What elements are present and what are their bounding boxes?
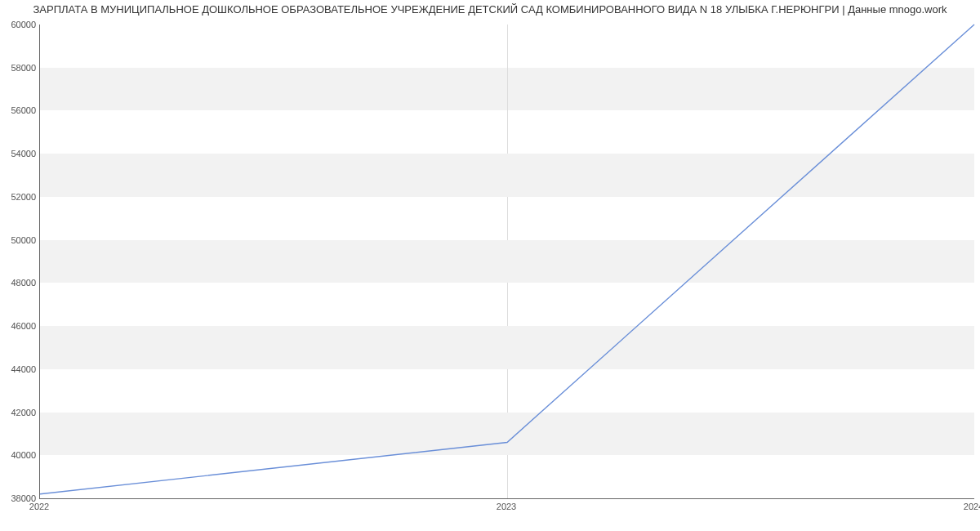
y-tick-label: 56000 [0, 105, 36, 115]
chart-container: ЗАРПЛАТА В МУНИЦИПАЛЬНОЕ ДОШКОЛЬНОЕ ОБРА… [0, 0, 980, 531]
y-tick-label: 54000 [0, 149, 36, 158]
x-tick-label: 2022 [29, 502, 49, 511]
line-layer [40, 25, 974, 498]
x-tick-label: 2023 [497, 502, 516, 511]
chart-title: ЗАРПЛАТА В МУНИЦИПАЛЬНОЕ ДОШКОЛЬНОЕ ОБРА… [0, 3, 980, 16]
y-tick-label: 50000 [0, 235, 36, 245]
y-tick-label: 48000 [0, 278, 36, 288]
y-tick-label: 52000 [0, 192, 36, 202]
y-tick-label: 42000 [0, 408, 36, 417]
series-line [40, 25, 974, 494]
y-tick-label: 60000 [0, 20, 36, 29]
y-tick-label: 44000 [0, 364, 36, 374]
plot-area [39, 25, 974, 499]
y-tick-label: 58000 [0, 63, 36, 73]
x-tick-label: 2024 [964, 502, 980, 511]
y-tick-label: 46000 [0, 321, 36, 331]
y-tick-label: 40000 [0, 450, 36, 460]
